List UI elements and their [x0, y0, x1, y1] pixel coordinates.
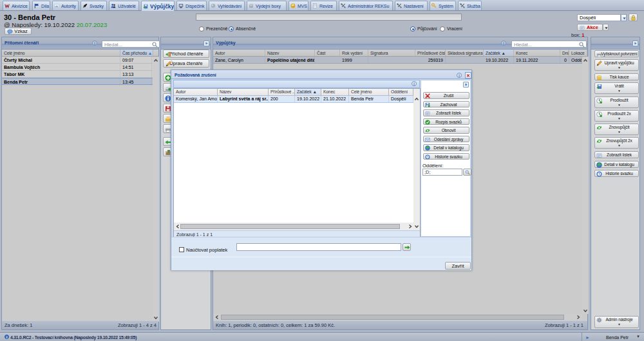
svg-text:ab: ab: [55, 5, 58, 8]
